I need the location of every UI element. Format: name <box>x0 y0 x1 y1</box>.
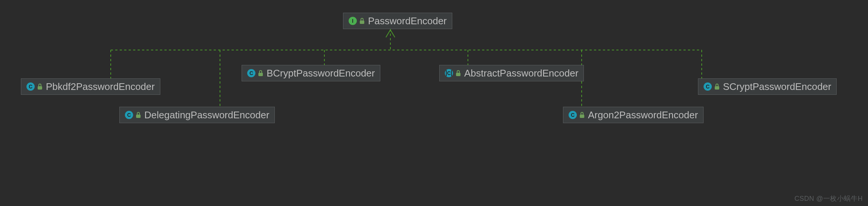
node-label: BCryptPasswordEncoder <box>267 68 375 78</box>
class-icon: C <box>247 69 255 77</box>
node-abstract-password-encoder[interactable]: C AbstractPasswordEncoder <box>439 65 584 81</box>
lock-icon <box>258 70 264 76</box>
node-label: SCryptPasswordEncoder <box>723 82 831 91</box>
node-label: Pbkdf2PasswordEncoder <box>46 82 155 91</box>
class-icon: C <box>125 111 133 119</box>
lock-icon <box>580 112 585 118</box>
node-label: DelegatingPasswordEncoder <box>144 110 269 120</box>
lock-icon <box>38 84 43 90</box>
lock-icon <box>360 18 365 24</box>
node-label: Argon2PasswordEncoder <box>588 110 698 120</box>
node-bcrypt-password-encoder[interactable]: C BCryptPasswordEncoder <box>242 65 380 81</box>
class-icon: C <box>26 82 35 91</box>
node-label: AbstractPasswordEncoder <box>464 68 578 78</box>
lock-icon <box>715 84 720 90</box>
node-password-encoder[interactable]: I PasswordEncoder <box>343 13 452 29</box>
node-scrypt-password-encoder[interactable]: C SCryptPasswordEncoder <box>698 78 837 95</box>
lock-icon <box>136 112 141 118</box>
node-pbkdf2-password-encoder[interactable]: C Pbkdf2PasswordEncoder <box>21 78 160 95</box>
node-argon2-password-encoder[interactable]: C Argon2PasswordEncoder <box>563 107 704 123</box>
class-icon: C <box>704 82 712 91</box>
lock-icon <box>456 70 461 76</box>
watermark-text: CSDN @一枚小蜗牛H <box>795 194 863 203</box>
node-delegating-password-encoder[interactable]: C DelegatingPasswordEncoder <box>119 107 275 123</box>
connector-lines <box>0 0 868 206</box>
node-label: PasswordEncoder <box>368 16 447 26</box>
class-icon: C <box>569 111 577 119</box>
interface-icon: I <box>349 17 357 25</box>
class-hierarchy-diagram: I PasswordEncoder C Pbkdf2PasswordEncode… <box>0 0 868 206</box>
abstract-class-icon: C <box>445 69 453 77</box>
